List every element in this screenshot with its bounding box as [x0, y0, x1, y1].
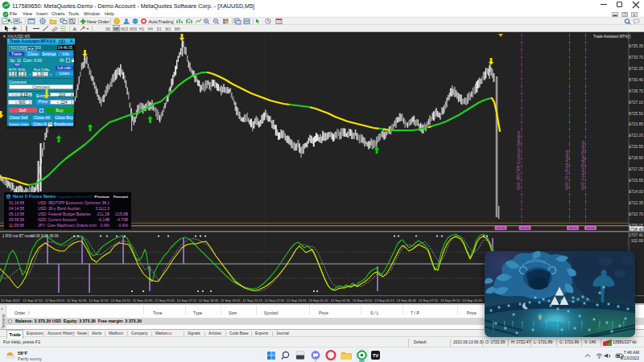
svg-text:M5: M5 [114, 27, 119, 31]
svg-text:1730.40: 1730.40 [629, 77, 643, 82]
svg-text:12 Sep 17:15: 12 Sep 17:15 [176, 298, 196, 302]
svg-text:New Order: New Order [87, 19, 109, 24]
svg-text:13 Sep 05:15: 13 Sep 05:15 [374, 298, 394, 302]
svg-text:W1: W1 [165, 27, 171, 31]
svg-text:M15: M15 [121, 27, 128, 31]
svg-text:1707.40: 1707.40 [629, 232, 643, 237]
svg-text:12 Sep 23:55: 12 Sep 23:55 [287, 298, 307, 302]
svg-text:TV: TV [373, 353, 379, 358]
svg-text:1714.00: 1714.00 [629, 189, 643, 194]
svg-text:1732.05: 1732.05 [629, 66, 643, 71]
svg-text:H4: H4 [148, 27, 153, 31]
svg-text:13 Sep 02:35: 13 Sep 02:35 [331, 298, 351, 302]
svg-text:AutoTrading: AutoTrading [149, 19, 174, 24]
svg-text:Trade Assistant MT4ⓒ: Trade Assistant MT4ⓒ [593, 35, 631, 39]
svg-text:1723.85: 1723.85 [629, 121, 643, 126]
svg-text:1718.90: 1718.90 [629, 155, 643, 160]
svg-text:1735.35: 1735.35 [629, 43, 643, 48]
svg-text:1 RSI ma BT mod 9.08 9.08 48.0: 1 RSI ma BT mod 9.08 9.08 48.06 [2, 234, 59, 238]
svg-text:13 Sep 01:15: 13 Sep 01:15 [308, 298, 328, 302]
svg-text:12 Sep 11:55: 12 Sep 11:55 [89, 298, 109, 302]
svg-text:20:00: 20:00 [586, 226, 596, 230]
svg-text:16:00: 16:00 [521, 226, 530, 230]
svg-text:13 Sep 06:35: 13 Sep 06:35 [396, 298, 416, 302]
svg-text:1720.55: 1720.55 [629, 144, 643, 149]
svg-text:A: A [72, 26, 76, 32]
svg-text:12 Sep 21:15: 12 Sep 21:15 [242, 298, 262, 302]
svg-text:1710.70: 1710.70 [629, 212, 643, 216]
svg-text:13 Sep 07:55: 13 Sep 07:55 [419, 298, 439, 302]
svg-text:13 Sep 03:55: 13 Sep 03:55 [353, 298, 373, 302]
svg-text:13 Sep 10:35: 13 Sep 10:35 [462, 298, 482, 302]
svg-text:12 Sep 13:15: 12 Sep 13:15 [111, 298, 131, 302]
svg-text:12 Sep 09:15: 12 Sep 09:15 [45, 298, 65, 302]
svg-text:1725.50: 1725.50 [629, 111, 643, 116]
svg-text:1715.65: 1715.65 [629, 178, 643, 183]
svg-text:12 Sep 18:35: 12 Sep 18:35 [199, 298, 219, 302]
svg-text:14:30: 14:30 [497, 226, 506, 230]
svg-text:12 Sep 07:55: 12 Sep 07:55 [23, 298, 43, 302]
svg-text:1717.25: 1717.25 [629, 167, 643, 171]
svg-text:102.68: 102.68 [631, 238, 644, 243]
svg-text:H1: H1 [139, 27, 144, 31]
svg-text:1728.75: 1728.75 [629, 88, 643, 93]
svg-text:12 Sep 15:55: 12 Sep 15:55 [155, 298, 175, 302]
svg-text:1727.10: 1727.10 [629, 100, 643, 105]
svg-text:MN: MN [175, 27, 180, 31]
svg-text:13 Sep 09:15: 13 Sep 09:15 [440, 298, 460, 302]
svg-text:M30: M30 [130, 27, 137, 31]
svg-text:D1: D1 [157, 27, 162, 31]
svg-text:12 Sep 14:35: 12 Sep 14:35 [133, 298, 153, 302]
svg-text:12 Sep 10:35: 12 Sep 10:35 [67, 298, 87, 302]
svg-text:1708.40: 1708.40 [628, 227, 643, 232]
svg-text:12 Sep 2022: 12 Sep 2022 [1, 298, 20, 302]
svg-text:M1: M1 [105, 27, 111, 31]
svg-text:USD: 30-y Bond Auction: USD: 30-y Bond Auction [565, 150, 569, 190]
svg-text:USD: Federal Budget Balance: USD: Federal Budget Balance [581, 140, 585, 190]
svg-text:12 Sep 22:35: 12 Sep 22:35 [265, 298, 285, 302]
svg-text:1712.35: 1712.35 [629, 200, 643, 205]
svg-text:USD: IBD/TIPP Economic Optimis: USD: IBD/TIPP Economic Optimism [517, 130, 521, 190]
svg-text:1722.20: 1722.20 [629, 133, 643, 138]
svg-text:12 Sep 19:55: 12 Sep 19:55 [221, 298, 241, 302]
svg-text:1733.70: 1733.70 [629, 55, 643, 60]
svg-text:19:00: 19:00 [568, 226, 578, 230]
